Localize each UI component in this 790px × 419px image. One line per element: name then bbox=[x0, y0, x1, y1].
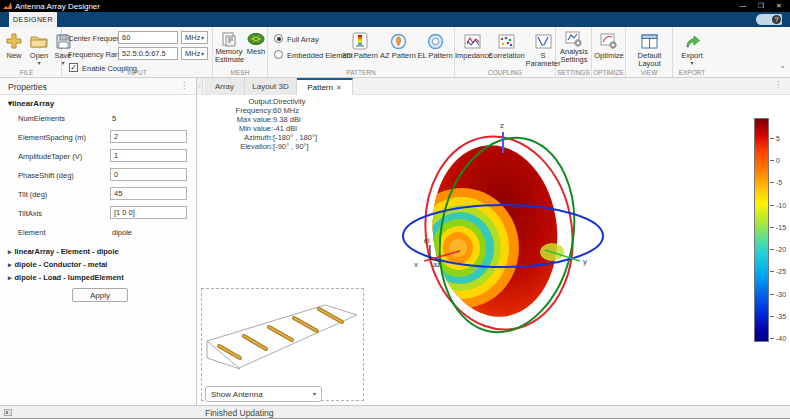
tiltaxis-label: TiltAxis bbox=[18, 209, 42, 218]
default-layout-icon bbox=[627, 30, 672, 52]
section-coupling: Impedance Correlation S Parameter COUPLI… bbox=[455, 27, 556, 77]
dropdown-caret-icon: ▾ bbox=[313, 391, 316, 397]
memory-estimate-icon bbox=[215, 30, 243, 48]
az-pattern-icon bbox=[380, 30, 416, 52]
colorbar-tick: -25 bbox=[776, 268, 786, 275]
phaseshift-input[interactable] bbox=[110, 168, 187, 181]
properties-header: Properties ⋮ bbox=[0, 78, 196, 95]
ribbon-toolbar: New Open ▾ Save ▾ FILE Center Frequency bbox=[0, 27, 790, 78]
optimize-button[interactable]: Optimize bbox=[593, 30, 625, 60]
numelements-value: 5 bbox=[112, 114, 116, 123]
memory-estimate-button[interactable]: Memory Estimate bbox=[215, 30, 243, 64]
tree-item-load-lumpedelement[interactable]: ▸dipole - Load - lumpedElement bbox=[8, 273, 124, 282]
tab-overflow-menu-icon[interactable]: ⋮ bbox=[774, 80, 782, 89]
section-file: New Open ▾ Save ▾ FILE bbox=[0, 27, 62, 77]
frequency-range-input[interactable] bbox=[118, 47, 178, 60]
amplitudetaper-input[interactable] bbox=[110, 149, 187, 162]
section-view: Default Layout VIEW bbox=[626, 27, 673, 77]
impedance-button[interactable]: Impedance bbox=[455, 30, 489, 60]
tree-item-element-dipole[interactable]: ▸linearArray - Element - dipole bbox=[8, 247, 119, 256]
impedance-icon bbox=[455, 30, 489, 52]
statusbar-grip-icon[interactable] bbox=[4, 409, 12, 416]
correlation-icon bbox=[488, 30, 524, 52]
center-frequency-input[interactable] bbox=[118, 31, 178, 44]
status-message: Finished Updating bbox=[205, 408, 274, 418]
full-array-radio[interactable] bbox=[274, 34, 283, 43]
properties-panel: Properties ⋮ ▾linearArray NumElements 5 … bbox=[0, 78, 197, 405]
new-button[interactable]: New bbox=[4, 30, 24, 60]
section-input: Center Frequency MHz▾ Frequency Range MH… bbox=[62, 27, 213, 77]
mesh-icon bbox=[245, 30, 267, 48]
close-tab-icon[interactable]: ✕ bbox=[336, 84, 342, 91]
show-antenna-dropdown[interactable]: Show Antenna ▾ bbox=[205, 386, 322, 402]
frequency-range-unit-dropdown[interactable]: MHz▾ bbox=[181, 47, 208, 60]
tiltaxis-input[interactable] bbox=[110, 206, 187, 219]
help-button[interactable]: ? bbox=[756, 14, 782, 25]
close-button[interactable]: ✕ bbox=[770, 0, 788, 12]
3d-pattern-icon bbox=[342, 30, 378, 52]
pattern-3d-plot[interactable]: z x y el az bbox=[377, 95, 617, 355]
colorbar-tick: -30 bbox=[776, 291, 786, 298]
numelements-label: NumElements bbox=[18, 114, 65, 123]
el-pattern-button[interactable]: EL Pattern bbox=[417, 30, 453, 60]
properties-menu-icon[interactable]: ⋮ bbox=[180, 81, 188, 90]
elementspacing-label: ElementSpacing (m) bbox=[18, 133, 86, 142]
open-folder-icon bbox=[28, 30, 50, 52]
colorbar-tick: -15 bbox=[776, 224, 786, 231]
elementspacing-input[interactable] bbox=[110, 130, 187, 143]
window-title: Antenna Array Designer bbox=[15, 2, 100, 11]
section-mesh: Memory Estimate Mesh MESH bbox=[213, 27, 268, 77]
3d-pattern-button[interactable]: 3D Pattern bbox=[342, 30, 378, 60]
tab-pattern[interactable]: Pattern✕ bbox=[297, 78, 353, 95]
el-pattern-icon bbox=[417, 30, 453, 52]
tab-layout3d[interactable]: Layout 3D bbox=[245, 78, 297, 95]
az-axis-label: az bbox=[433, 261, 441, 268]
az-pattern-button[interactable]: AZ Pattern bbox=[380, 30, 416, 60]
tree-closed-icon: ▸ bbox=[8, 248, 12, 255]
tree-closed-icon: ▸ bbox=[8, 261, 12, 268]
section-optimize: Optimize OPTIMIZE bbox=[592, 27, 626, 77]
document-tab-bar: Array Layout 3D Pattern✕ ⋮ bbox=[203, 78, 790, 95]
colorbar bbox=[754, 118, 769, 342]
document-area: ⁞ Array Layout 3D Pattern✕ ⋮ Output : Di… bbox=[197, 78, 790, 405]
antenna-preview-panel bbox=[201, 288, 364, 401]
optimize-icon bbox=[593, 30, 625, 52]
amplitudetaper-label: AmplitudeTaper (V) bbox=[18, 152, 82, 161]
pattern-annotation: Output : Directivity Frequency : 60 MHz … bbox=[219, 97, 317, 151]
restore-button[interactable]: ❐ bbox=[752, 0, 770, 12]
export-caret-icon: ▾ bbox=[677, 60, 707, 66]
matlab-logo-icon bbox=[3, 2, 12, 11]
tree-item-conductor-metal[interactable]: ▸dipole - Conductor - metal bbox=[8, 260, 107, 269]
center-frequency-unit-dropdown[interactable]: MHz▾ bbox=[181, 31, 208, 44]
analysis-settings-icon bbox=[558, 30, 590, 48]
open-button[interactable]: Open ▾ bbox=[28, 30, 50, 66]
colorbar-tick: -5 bbox=[776, 179, 782, 186]
element-label: Element bbox=[18, 228, 46, 237]
el-axis-label: el bbox=[424, 237, 430, 244]
correlation-button[interactable]: Correlation bbox=[488, 30, 524, 60]
y-axis-label: y bbox=[583, 257, 587, 266]
mesh-button[interactable]: Mesh bbox=[245, 30, 267, 56]
minimize-button[interactable]: — bbox=[734, 0, 752, 12]
section-pattern: Full Array Embedded Element 3D Pattern A… bbox=[268, 27, 455, 77]
analysis-settings-button[interactable]: Analysis Settings bbox=[558, 30, 590, 64]
embedded-element-radio[interactable] bbox=[274, 50, 283, 59]
colorbar-tick: -10 bbox=[776, 202, 786, 209]
tab-array[interactable]: Array bbox=[205, 78, 245, 95]
export-button[interactable]: Export ▾ bbox=[677, 30, 707, 66]
default-layout-button[interactable]: Default Layout bbox=[627, 30, 672, 68]
collapse-ribbon-icon[interactable]: ⌃ bbox=[779, 66, 786, 74]
tilt-input[interactable] bbox=[110, 187, 187, 200]
z-axis-label: z bbox=[500, 121, 504, 130]
colorbar-tick: 5 bbox=[776, 135, 780, 142]
antenna-array-preview[interactable] bbox=[202, 289, 363, 384]
apply-button[interactable]: Apply bbox=[72, 288, 128, 302]
lineararray-group[interactable]: ▾linearArray bbox=[8, 99, 54, 108]
tilt-label: Tilt (deg) bbox=[18, 190, 47, 199]
tab-designer[interactable]: DESIGNER bbox=[9, 12, 57, 27]
titlebar: Antenna Array Designer — ❐ ✕ bbox=[0, 0, 790, 12]
colorbar-tick: -35 bbox=[776, 313, 786, 320]
help-icon: ? bbox=[772, 15, 781, 24]
colorbar-tick: -20 bbox=[776, 246, 786, 253]
antenna-array-designer-window: Antenna Array Designer — ❐ ✕ DESIGNER ? … bbox=[0, 0, 790, 419]
